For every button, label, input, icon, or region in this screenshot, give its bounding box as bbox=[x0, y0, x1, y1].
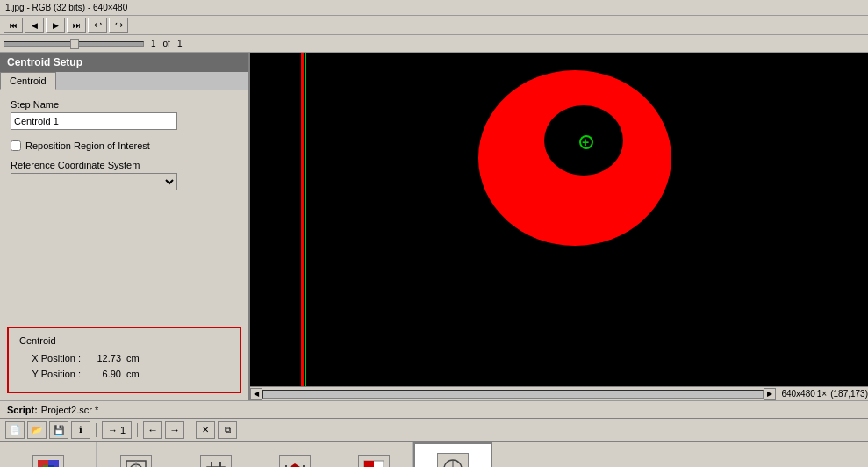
step1-label: 1 bbox=[120, 425, 126, 435]
horizontal-scrollbar[interactable] bbox=[262, 390, 764, 399]
pipeline-item-color-plane[interactable]: Color Plane Extraction 1 bbox=[0, 442, 97, 467]
green-line bbox=[305, 53, 306, 386]
script-name: Project2.scr * bbox=[41, 405, 861, 415]
toolbar-separator-2 bbox=[137, 423, 138, 437]
prev-frame-button[interactable]: ◀ bbox=[25, 18, 44, 33]
centroid-pipeline-icon bbox=[437, 453, 469, 467]
caliper-icon bbox=[279, 455, 311, 467]
open-button[interactable]: 📂 bbox=[27, 421, 47, 439]
pipeline-item-threshold[interactable]: Threshold 1 bbox=[334, 442, 413, 467]
centroid-group-label: Centroid bbox=[19, 335, 229, 346]
save-button[interactable]: 💾 bbox=[49, 421, 68, 439]
coordinates-status: (187,173) bbox=[830, 389, 868, 399]
zoom-status: 640x480 bbox=[781, 389, 814, 399]
reposition-checkbox[interactable] bbox=[11, 140, 21, 151]
centroid-crosshair bbox=[579, 135, 593, 149]
script-toolbar: 📄 📂 💾 ℹ → 1 ← → ✕ ⧉ bbox=[0, 418, 868, 441]
zoom-level: 1× bbox=[817, 389, 827, 399]
next-frame-button[interactable]: ▶ bbox=[46, 18, 65, 33]
svg-marker-15 bbox=[290, 463, 300, 467]
scroll-right-button[interactable]: ▶ bbox=[764, 388, 776, 400]
pipeline-item-clamp[interactable]: Clamp 1 bbox=[176, 442, 255, 467]
pipeline-item-image-cal[interactable]: Image Calibration 1 bbox=[97, 442, 176, 467]
script-label: Script: bbox=[7, 405, 38, 415]
y-position-label: Y Position : bbox=[19, 369, 81, 379]
last-frame-button[interactable]: ⏭ bbox=[67, 18, 86, 33]
pipeline-item-caliper[interactable]: Caliper 1 bbox=[255, 442, 334, 467]
reposition-label: Reposition Region of Interest bbox=[25, 140, 150, 151]
svg-marker-18 bbox=[364, 461, 374, 467]
fwd-button[interactable]: → bbox=[165, 421, 184, 439]
image-canvas[interactable] bbox=[250, 53, 868, 386]
info-button[interactable]: ℹ bbox=[71, 421, 90, 439]
step-name-label: Step Name bbox=[11, 99, 238, 110]
first-frame-button[interactable]: ⏮ bbox=[4, 18, 23, 33]
step1-button[interactable]: → 1 bbox=[102, 421, 132, 439]
panel-title: Centroid Setup bbox=[0, 53, 248, 72]
color-plane-icon bbox=[32, 455, 64, 467]
copy-button[interactable]: ⧉ bbox=[218, 421, 237, 439]
centroid-tab[interactable]: Centroid bbox=[0, 72, 56, 90]
scroll-left-button[interactable]: ◀ bbox=[250, 388, 262, 400]
frame-number: 1 bbox=[151, 39, 156, 48]
step-name-input[interactable] bbox=[11, 112, 177, 130]
ref-coord-label: Reference Coordinate System bbox=[11, 160, 238, 170]
threshold-icon bbox=[358, 455, 390, 467]
ref-coord-dropdown[interactable] bbox=[11, 173, 177, 190]
frame-total: 1 bbox=[177, 39, 183, 48]
toolbar-separator-3 bbox=[190, 423, 190, 437]
new-button[interactable]: 📄 bbox=[5, 421, 25, 439]
script-bar: Script: Project2.scr * bbox=[0, 400, 868, 418]
rewind-button[interactable]: ↩ bbox=[88, 18, 107, 33]
svg-rect-2 bbox=[48, 460, 59, 467]
arrow-icon: → bbox=[108, 425, 118, 435]
pipeline-item-centroid[interactable]: Centroid 1 bbox=[413, 442, 492, 467]
window-title: 1.jpg - RGB (32 bits) - 640×480 bbox=[5, 3, 127, 12]
image-cal-icon bbox=[120, 455, 152, 467]
x-position-label: X Position : bbox=[19, 353, 81, 363]
frame-of-label: of bbox=[163, 39, 170, 48]
toolbar-separator-1 bbox=[96, 423, 97, 437]
y-position-unit: cm bbox=[126, 369, 140, 379]
frame-slider-thumb[interactable] bbox=[70, 39, 79, 49]
clamp-icon bbox=[200, 455, 232, 467]
y-position-value: 6.90 bbox=[86, 369, 121, 379]
back-button[interactable]: ← bbox=[143, 421, 162, 439]
pipeline-strip: Color Plane Extraction 1 Image Calibrati… bbox=[0, 441, 868, 467]
forward-button[interactable]: ↪ bbox=[109, 18, 128, 33]
delete-button[interactable]: ✕ bbox=[196, 421, 215, 439]
x-position-value: 12.73 bbox=[86, 353, 121, 363]
x-position-unit: cm bbox=[126, 353, 140, 363]
frame-slider[interactable] bbox=[4, 41, 144, 47]
red-line bbox=[301, 53, 304, 386]
centroid-results-box: Centroid X Position : 12.73 cm Y Positio… bbox=[7, 327, 241, 393]
